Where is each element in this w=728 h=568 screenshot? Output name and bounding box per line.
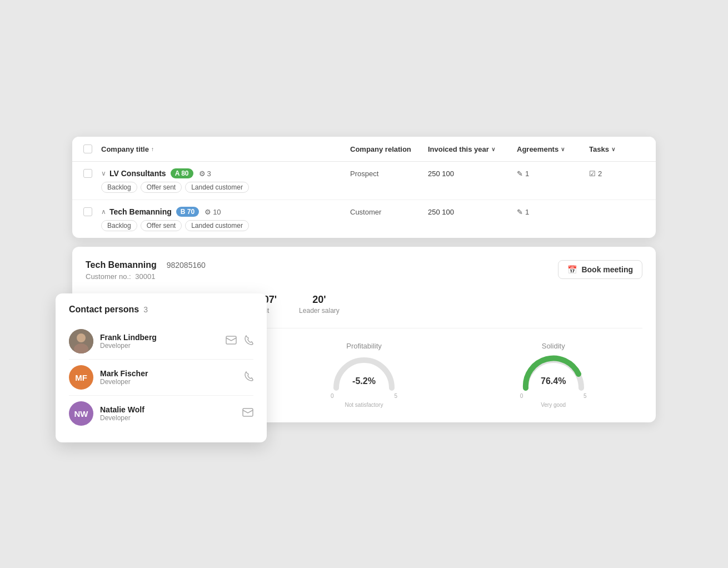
contact-persons-title: Contact persons xyxy=(69,305,139,315)
contact-role-frank: Developer xyxy=(100,342,219,350)
contact-item-natalie: NW Natalie Wolf Developer xyxy=(69,396,253,431)
row-checkbox-tech[interactable] xyxy=(83,207,92,216)
phone-icon-mark[interactable] xyxy=(245,371,253,383)
email-icon-frank[interactable] xyxy=(226,336,237,347)
invoiced-this-year-header[interactable]: Invoiced this year ∨ xyxy=(428,145,517,153)
contact-role-mark: Developer xyxy=(100,378,238,386)
row-checkbox-lv[interactable] xyxy=(83,169,92,178)
detail-header: Tech Bemanning 982085160 Customer no.: 3… xyxy=(86,260,642,281)
agreements-lv: ✎ 1 xyxy=(517,170,589,178)
tag-offer-sent-lv[interactable]: Offer sent xyxy=(141,182,182,193)
expand-up-icon[interactable]: ∧ xyxy=(101,208,106,216)
svg-rect-4 xyxy=(243,408,253,416)
book-meeting-button[interactable]: 📅 Book meeting xyxy=(558,260,642,279)
table-row: ∧ Tech Bemanning B 70 ⚙ 10 Customer 250 … xyxy=(72,200,656,238)
avatar-frank xyxy=(69,329,93,353)
contact-info-natalie: Natalie Wolf Developer xyxy=(100,405,236,422)
tasks-sort-icon: ∨ xyxy=(611,146,615,152)
contact-persons-header: Contact persons 3 xyxy=(69,305,253,315)
badge-lv: A 80 xyxy=(171,168,193,178)
contact-name-natalie: Natalie Wolf xyxy=(100,405,236,414)
gauge-solidity-scale: 0 5 xyxy=(520,393,587,399)
svg-point-1 xyxy=(77,333,86,342)
company-name-tech[interactable]: Tech Bemanning xyxy=(109,207,172,216)
checkbox-icon: ☑ xyxy=(589,170,596,178)
contact-icons-mark xyxy=(245,371,253,383)
gauge-solidity-title: Solidity xyxy=(542,342,565,350)
company-relation-header: Company relation xyxy=(350,145,428,153)
contact-role-natalie: Developer xyxy=(100,414,236,422)
avatar-mark: MF xyxy=(69,365,93,390)
contact-item-mark: MF Mark Fischer Developer xyxy=(69,360,253,396)
contact-item-frank: Frank Lindberg Developer xyxy=(69,323,253,360)
stat-leader-salary: 20' Leader salary xyxy=(299,294,340,315)
contact-info-frank: Frank Lindberg Developer xyxy=(100,333,219,350)
tag-landed-customer-tech[interactable]: Landed customer xyxy=(185,220,249,231)
avatar-natalie: NW xyxy=(69,401,93,426)
gauge-profitability-value: -5.2% xyxy=(352,376,376,386)
edit-icon: ✎ xyxy=(517,208,523,216)
contact-persons-count: 3 xyxy=(143,305,148,314)
gear-icon: ⚙ xyxy=(199,170,206,178)
gauge-profitability-scale: 0 5 xyxy=(331,393,397,399)
contact-name-frank: Frank Lindberg xyxy=(100,333,219,342)
table-row: ∨ LV Consultants A 80 ⚙ 3 Prospect 250 1… xyxy=(72,162,656,200)
relation-tech: Customer xyxy=(350,208,381,216)
stat-leader-salary-value: 20' xyxy=(299,294,340,306)
detail-company-name: Tech Bemanning xyxy=(86,260,157,270)
gauge-profitability: Profitability -5.2% 0 5 Not satisfactory xyxy=(275,342,453,409)
email-icon-natalie[interactable] xyxy=(242,408,253,419)
tasks-lv: ☑ 2 xyxy=(589,170,645,178)
stat-leader-salary-label: Leader salary xyxy=(299,307,340,315)
badge-tech: B 70 xyxy=(176,207,199,217)
agreements-header[interactable]: Agreements ∨ xyxy=(517,145,589,153)
tags-tech: Backlog Offer sent Landed customer xyxy=(83,220,645,231)
tag-offer-sent-tech[interactable]: Offer sent xyxy=(141,220,182,231)
invoiced-lv: 250 100 xyxy=(428,170,454,178)
contact-icons-frank xyxy=(226,335,253,347)
gauge-profitability-label: Not satisfactory xyxy=(345,402,383,408)
select-all-checkbox[interactable] xyxy=(83,145,92,153)
company-title-header[interactable]: Company title ↑ xyxy=(101,145,350,153)
agreements-tech: ✎ 1 xyxy=(517,208,589,216)
contact-info-mark: Mark Fischer Developer xyxy=(100,369,238,386)
expand-down-icon[interactable]: ∨ xyxy=(101,170,106,177)
contact-icons-natalie xyxy=(242,408,253,419)
calendar-icon: 📅 xyxy=(567,265,577,274)
contact-persons-card: Contact persons 3 Frank Lindberg Develop… xyxy=(56,293,267,442)
tags-lv: Backlog Offer sent Landed customer xyxy=(83,182,645,193)
customer-number: Customer no.: 30001 xyxy=(86,272,206,281)
tasks-header[interactable]: Tasks ∨ xyxy=(589,145,645,153)
gauge-solidity-value: 76.4% xyxy=(541,376,566,386)
sort-asc-icon: ↑ xyxy=(151,146,154,152)
svg-rect-3 xyxy=(226,336,236,344)
gear-icon: ⚙ xyxy=(205,208,211,216)
gear-count-tech: ⚙ 10 xyxy=(205,208,221,216)
gauge-profitability-title: Profitability xyxy=(346,342,382,350)
invoiced-tech: 250 100 xyxy=(428,208,454,216)
edit-icon: ✎ xyxy=(517,170,523,178)
agreements-sort-icon: ∨ xyxy=(561,146,565,152)
phone-icon-frank[interactable] xyxy=(245,335,253,347)
contact-name-mark: Mark Fischer xyxy=(100,369,238,378)
companies-table: Company title ↑ Company relation Invoice… xyxy=(72,137,656,238)
invoiced-sort-icon: ∨ xyxy=(491,146,495,152)
tag-backlog-lv[interactable]: Backlog xyxy=(101,182,137,193)
tag-landed-customer-lv[interactable]: Landed customer xyxy=(185,182,249,193)
relation-lv: Prospect xyxy=(350,170,378,178)
company-name-lv[interactable]: LV Consultants xyxy=(109,169,166,178)
gear-count-lv: ⚙ 3 xyxy=(199,170,211,178)
gauge-solidity-label: Very good xyxy=(541,402,566,408)
detail-company-number: 982085160 xyxy=(167,261,206,270)
gauge-solidity: Solidity 76.4% 0 5 Ver xyxy=(464,342,642,409)
company-info: Tech Bemanning 982085160 Customer no.: 3… xyxy=(86,260,206,281)
tag-backlog-tech[interactable]: Backlog xyxy=(101,220,137,231)
table-header: Company title ↑ Company relation Invoice… xyxy=(72,137,656,162)
